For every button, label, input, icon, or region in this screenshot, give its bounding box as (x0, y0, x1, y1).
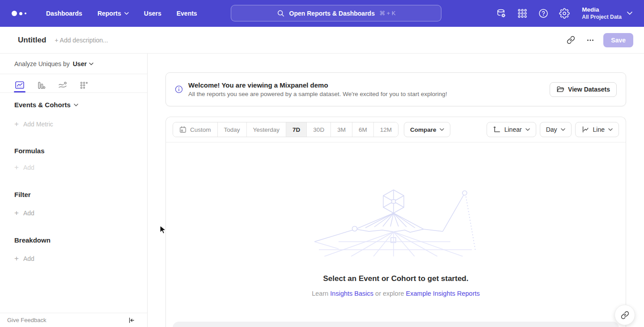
compare-button[interactable]: Compare (404, 122, 451, 137)
date-range-custom[interactable]: Custom (173, 122, 218, 137)
date-range-yesterday[interactable]: Yesterday (247, 122, 287, 137)
add-formula-button[interactable]: + Add (14, 164, 133, 171)
add-formula-label: Add (23, 164, 34, 171)
chevron-down-icon (627, 12, 632, 15)
chevron-down-icon (89, 63, 93, 65)
link-icon (567, 36, 575, 44)
logo-dot (19, 12, 22, 15)
date-range-today[interactable]: Today (218, 122, 247, 137)
analyze-unit-value: User (73, 60, 87, 67)
bar-chart-tab-icon (36, 80, 46, 90)
nav-item-events[interactable]: Events (169, 0, 205, 27)
analyze-unit-selector[interactable]: User (73, 60, 93, 67)
chart-type-tabs (0, 74, 147, 93)
tab-table-view[interactable] (79, 74, 89, 92)
flow-chart-tab-icon (58, 80, 68, 90)
date-range-7d[interactable]: 7D (286, 122, 307, 137)
interval-label: Day (546, 126, 557, 133)
add-metric-label: Add Metric (23, 121, 53, 128)
nav-right-cluster: Media All Project Data (496, 6, 644, 21)
chevron-down-icon (440, 128, 444, 131)
logo-dot (25, 13, 26, 14)
date-range-12m[interactable]: 12M (374, 122, 398, 137)
nav-item-reports[interactable]: Reports (90, 0, 136, 27)
date-range-label: Custom (190, 126, 211, 133)
line-chart-tab-icon (15, 80, 25, 90)
events-cohorts-section-title[interactable]: Events & Cohorts (14, 101, 133, 109)
filter-section-title: Filter (14, 191, 133, 198)
empty-state-illustration (311, 187, 481, 256)
insights-basics-link[interactable]: Insights Basics (330, 290, 373, 297)
more-options-icon (586, 36, 594, 44)
date-range-control: Custom Today Yesterday 7D 30D 3M 6M 12M (173, 122, 398, 137)
chart-type-label: Line (593, 126, 605, 133)
report-header: Untitled + Add description... Save (0, 27, 644, 54)
help-icon[interactable] (538, 8, 549, 19)
sidebar-footer: Give Feedback (0, 313, 147, 327)
plus-icon: + (14, 120, 19, 128)
demo-welcome-banner: Welcome! You are viewing a Mixpanel demo… (165, 72, 626, 106)
give-feedback-link[interactable]: Give Feedback (7, 317, 46, 323)
collapse-sidebar-icon[interactable] (128, 317, 135, 324)
add-breakdown-label: Add (23, 255, 34, 262)
interval-selector[interactable]: Day (540, 122, 572, 137)
nav-item-users[interactable]: Users (136, 0, 169, 27)
date-range-6m[interactable]: 6M (352, 122, 374, 137)
data-management-icon[interactable] (496, 8, 507, 19)
date-range-30d[interactable]: 30D (307, 122, 331, 137)
example-insights-reports-link[interactable]: Example Insights Reports (406, 290, 480, 297)
line-chart-icon (581, 126, 589, 134)
nav-item-label: Users (144, 10, 161, 17)
report-canvas: Welcome! You are viewing a Mixpanel demo… (148, 54, 644, 327)
breakdown-panel-edge[interactable] (173, 322, 619, 327)
compare-label: Compare (410, 126, 436, 133)
project-name: Media (582, 6, 622, 14)
global-search[interactable]: Open Reports & Dashboards ⌘ + K (231, 5, 441, 21)
add-breakdown-button[interactable]: + Add (14, 255, 133, 262)
apps-grid-icon[interactable] (517, 8, 528, 19)
formulas-section-title: Formulas (14, 147, 133, 155)
nav-menu: Dashboards Reports Users Events (38, 0, 205, 27)
report-title[interactable]: Untitled (18, 36, 46, 45)
project-dataset: All Project Data (582, 14, 622, 21)
date-range-3m[interactable]: 3M (331, 122, 352, 137)
chart-type-selector[interactable]: Line (575, 122, 619, 137)
save-button[interactable]: Save (603, 33, 633, 47)
logo-dot (12, 11, 17, 16)
breakdown-section-title: Breakdown (14, 236, 133, 244)
empty-state: Select an Event or Cohort to get started… (166, 187, 626, 297)
nav-item-label: Dashboards (46, 10, 82, 17)
add-filter-label: Add (23, 210, 34, 217)
tab-bar-chart[interactable] (36, 74, 47, 92)
add-filter-button[interactable]: + Add (14, 209, 133, 217)
view-datasets-button[interactable]: View Datasets (550, 82, 617, 97)
section-label: Formulas (14, 147, 45, 155)
tab-flow-chart[interactable] (57, 74, 68, 92)
mixpanel-logo[interactable] (12, 11, 31, 16)
project-selector[interactable]: Media All Project Data (580, 6, 632, 21)
section-label: Breakdown (14, 236, 51, 244)
plus-icon: + (14, 164, 19, 171)
plus-icon: + (14, 255, 19, 262)
chart-controls: Custom Today Yesterday 7D 30D 3M 6M 12M … (166, 117, 626, 143)
nav-item-dashboards[interactable]: Dashboards (38, 0, 90, 27)
settings-gear-icon[interactable] (559, 8, 570, 19)
search-icon (277, 9, 285, 17)
top-nav: Dashboards Reports Users Events Open Rep… (0, 0, 644, 27)
report-description-placeholder[interactable]: + Add description... (55, 37, 108, 44)
view-datasets-label: View Datasets (568, 86, 610, 93)
scale-selector[interactable]: Linear (487, 122, 536, 137)
section-label: Events & Cohorts (14, 101, 71, 109)
share-link-fab[interactable] (614, 305, 635, 325)
learn-prefix: Learn (312, 290, 328, 297)
info-icon (175, 85, 183, 93)
more-options-button[interactable] (584, 34, 597, 47)
tab-line-chart[interactable] (14, 74, 25, 92)
nav-item-label: Events (177, 10, 197, 17)
copy-link-button[interactable] (564, 34, 577, 47)
search-label: Open Reports & Dashboards (289, 10, 375, 17)
empty-state-links: Learn Insights Basics or explore Example… (166, 290, 626, 297)
middle-text: or explore (375, 290, 404, 297)
empty-state-title: Select an Event or Cohort to get started… (166, 274, 626, 283)
add-metric-button[interactable]: + Add Metric (14, 120, 133, 128)
